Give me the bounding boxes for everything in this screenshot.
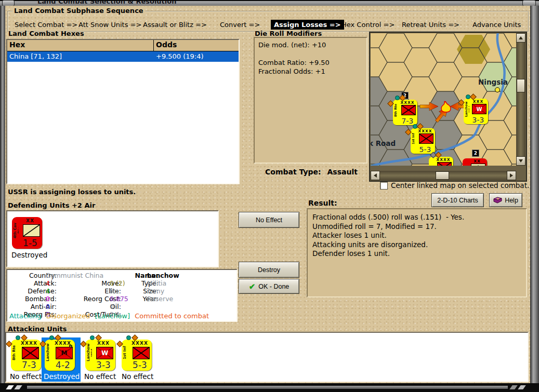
anti-air-value: 0 (46, 303, 50, 310)
detail-row: Attack: 4 Move: 0 (2) Type: Militia (7, 279, 236, 287)
defending-units-panel: 4th Cav Div XX 1-5 Destroyed (6, 210, 219, 267)
no-effect-label: No Effect (256, 217, 282, 224)
combat-ratio-line: Combat Ratio: +9.50 (255, 58, 366, 67)
status-dot (21, 334, 28, 341)
attacking-unit-5-3[interactable]: 1st Inf XXXX 5-3 (122, 340, 152, 371)
ok-done-label: OK - Done (258, 283, 289, 290)
unit-size-label: XXXX (435, 157, 452, 162)
status-dot (95, 334, 102, 341)
phase-assault-or-blitz: Assault or Blitz => (143, 21, 207, 29)
result-line: Defender loses 1 unit. (308, 249, 526, 259)
unit-size-label: XXXX (129, 341, 151, 346)
map-horizontal-scrollbar[interactable] (371, 171, 516, 180)
detail-row: Country: Communist China Name: Lanchow (7, 272, 236, 279)
subphase-sequence-group: Land Combat Subphase Sequence Select Com… (7, 11, 529, 32)
militia-symbol: W (472, 104, 487, 114)
phase-hex-control: Hex Control => (341, 21, 395, 29)
destroy-button[interactable]: Destroy (239, 262, 299, 278)
horizontal-scroll-thumb[interactable] (436, 171, 449, 180)
statusbar-decoration (509, 385, 518, 389)
charts-button[interactable]: 2-D-10 Charts (431, 193, 484, 207)
anti-air-label: Anti-Air: (31, 303, 57, 310)
unit-size-label: XXX (93, 341, 114, 346)
linked-map[interactable]: Ningsia k Road 2 2 8th Rte XXXX 7-3 (369, 32, 527, 182)
statusbar-decoration (518, 385, 526, 389)
name-value: Lanchow (147, 272, 179, 279)
arrow-left-icon (374, 173, 377, 178)
unit-strength: 4-2 (51, 360, 75, 370)
combat-hex-odds: +9.500 (19:4) (154, 51, 239, 62)
attacking-unit-status: No effect (122, 372, 153, 381)
unit-details-panel: Country: Communist China Name: Lanchow A… (6, 269, 238, 322)
status-attacking: Attacking (9, 312, 42, 320)
no-effect-button[interactable]: No Effect (239, 212, 299, 228)
oil-value: 0 (110, 303, 114, 310)
militia-symbol: W (96, 347, 113, 359)
scroll-right-button[interactable] (507, 171, 516, 180)
scroll-up-button[interactable] (516, 33, 525, 43)
subphase-sequence-title: Land Combat Subphase Sequence (12, 7, 145, 15)
attacking-unit-status: No effect (84, 372, 116, 381)
phase-att-snow-units: Att Snow Units => (78, 21, 141, 29)
status-committed: Committed to combat (135, 312, 209, 320)
defending-unit-counter[interactable]: 4th Cav Div XX 1-5 (12, 217, 42, 249)
dialog-body: Land Combat Subphase Sequence Select Com… (5, 6, 530, 383)
combat-hexes-list: Hex Odds China [71, 132] +9.500 (19:4) (6, 39, 240, 184)
unit-strength: 7-3 (17, 360, 41, 370)
combat-hexes-title: Land Combat Hexes (8, 30, 84, 37)
unit-strength: 3-3 (468, 116, 488, 124)
defense-value: 4 (46, 287, 50, 295)
result-line: Unmodified roll = 7, Modified = 17. (308, 222, 526, 232)
ok-done-button[interactable]: ✔ OK - Done (239, 279, 299, 294)
detail-row: Defense: 4 Elite: No Size: Army (7, 287, 236, 295)
stack-count-badge: 2 (472, 150, 479, 157)
type-value: Militia (147, 279, 166, 287)
attacking-unit-7-3[interactable]: 8th Rte XXXX 7-3 (11, 340, 41, 371)
hq-symbol (471, 164, 485, 166)
combat-hex-row-selected[interactable]: China [71, 132] +9.500 (19:4) (7, 51, 239, 62)
attacking-unit-3-3[interactable]: Lanchow Wld XXX W 3-3 (85, 340, 115, 371)
map-viewport[interactable]: Ningsia k Road 2 2 8th Rte XXXX 7-3 (371, 33, 516, 166)
column-header-odds: Odds (154, 40, 239, 51)
size-value: Army (147, 287, 164, 295)
statusbar-decoration (14, 385, 22, 389)
status-dot (6, 341, 12, 347)
attack-value: 4 (46, 279, 50, 287)
map-vertical-scrollbar[interactable] (516, 33, 525, 166)
attacking-unit-4-2[interactable]: Lanchow XXXX R M 4-2 (45, 340, 75, 371)
selected-unit-highlight: Lanchow XXXX R M 4-2 Destroyed (42, 337, 81, 382)
map-unit-3-3[interactable]: Lanchow Wld XXX W 3-3 (464, 99, 488, 124)
defending-unit-status: Destroyed (11, 251, 47, 259)
attack-label: Attack: (34, 279, 57, 287)
status-dot (80, 341, 87, 347)
help-button[interactable]: Help (489, 193, 522, 207)
scroll-down-button[interactable] (516, 156, 525, 166)
map-unit-7-3[interactable]: 8th Rte XXXX 7-3 (393, 100, 417, 125)
scroll-left-button[interactable] (371, 171, 380, 180)
combat-hex-name: China [71, 132] (7, 51, 154, 62)
attacking-unit-status: No effect (10, 372, 42, 381)
arrow-up-icon (519, 36, 523, 39)
unit-size-label: XXXX (416, 129, 434, 133)
map-unit-partial-red[interactable]: XX (463, 158, 487, 166)
center-map-checkbox[interactable] (380, 182, 388, 190)
combat-type-value: Assault (327, 168, 358, 176)
city-dot (495, 87, 500, 92)
country-value: Communist China (46, 272, 103, 279)
status-dot (90, 335, 95, 340)
charts-button-label: 2-D-10 Charts (437, 197, 478, 204)
unit-side-label (429, 158, 435, 166)
attacking-unit-status: Destroyed (44, 372, 80, 381)
year-value: Reserve (147, 295, 173, 303)
map-unit-5-3[interactable]: 1st Inf XXXX 5-3 (411, 128, 435, 154)
unit-size-label: XX (468, 159, 486, 164)
unit-status-line: Attacking Disorganized [Lanchow] Committ… (9, 312, 212, 320)
center-map-checkbox-label: Center linked map on selected combat. (391, 181, 529, 190)
bombard-label: Bombard: (25, 295, 57, 303)
help-button-label: Help (505, 197, 518, 204)
phase-retreat-units: Retreat Units => (402, 21, 459, 29)
infantry-symbol (22, 347, 39, 359)
die-mod-line: Die mod. (net): +10 (255, 40, 366, 49)
map-unit-partial[interactable]: XXXX (429, 157, 453, 166)
vertical-scroll-thumb[interactable] (517, 79, 525, 92)
